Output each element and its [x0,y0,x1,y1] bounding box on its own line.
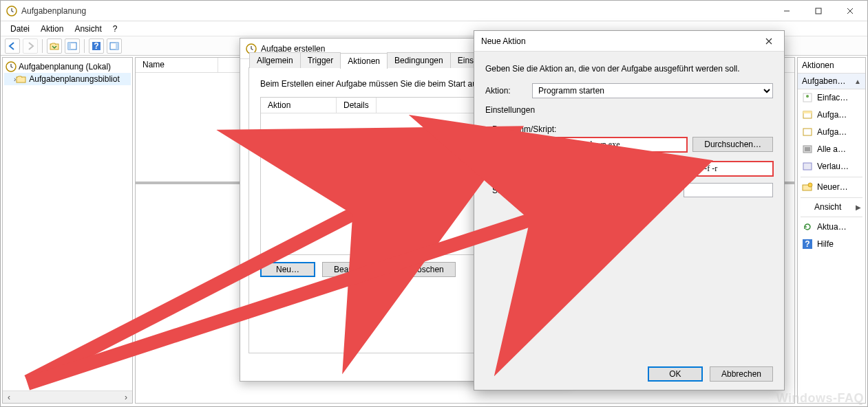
maximize-button[interactable] [803,1,834,21]
svg-rect-15 [803,129,812,135]
toolbar-pane-icon[interactable] [65,38,80,54]
arguments-label: Argumente hinzufügen (optional): [492,164,614,174]
svg-text:?: ? [805,239,809,249]
list-icon [802,144,813,155]
help-icon: ? [802,239,813,250]
minimize-button[interactable] [771,1,803,21]
nav-forward-button[interactable] [23,38,38,54]
tree-scrollbar[interactable]: ‹ › [3,390,132,403]
collapse-icon: ▲ [854,78,861,85]
svg-text:?: ? [94,41,98,51]
action-basic-task[interactable]: Einfac… [798,89,865,107]
new-action-titlebar: Neue Aktion [474,31,784,52]
action-history[interactable]: Verlau… [798,158,865,175]
settings-label: Einstellungen [485,105,773,115]
svg-rect-10 [17,77,25,82]
action-refresh[interactable]: Aktua… [798,219,865,236]
scroll-right-icon[interactable]: › [120,391,132,404]
close-button[interactable] [754,31,784,52]
new-action-title: Neue Aktion [481,36,526,46]
tab-triggers[interactable]: Trigger [300,52,341,68]
startin-input[interactable] [684,183,773,197]
clock-icon [6,61,17,72]
menu-view[interactable]: Ansicht [70,23,105,35]
actions-header: Aktionen [798,58,865,74]
action-new-folder[interactable]: Neuer… [798,179,865,196]
svg-point-12 [806,95,809,98]
action-create-task[interactable]: Aufga… [798,107,865,124]
nav-back-button[interactable] [5,38,20,54]
action-type-select[interactable]: Programm starten [532,83,773,98]
new-action-button[interactable]: Neu… [260,262,315,277]
browse-button[interactable]: Durchsuchen… [692,137,773,152]
toolbar-folder-icon[interactable] [47,38,62,54]
tree-root-label: Aufgabenplanung (Lokal) [19,62,111,72]
new-action-desc: Geben Sie die Aktion an, die von der Auf… [485,64,773,74]
th-action[interactable]: Aktion [261,98,337,113]
history-icon [802,161,813,172]
edit-action-button[interactable]: Bearbeiten… [322,262,394,277]
tab-conditions[interactable]: Bedingungen [387,52,451,68]
startin-label: Starten in (optional): [492,186,567,195]
delete-action-button[interactable]: Löschen [401,262,456,277]
actions-group-label: Aufgaben… [802,76,845,86]
refresh-icon [802,221,813,232]
cancel-button[interactable]: Abbrechen [710,366,773,382]
tree-library-label: Aufgabenplanungsbibliot [29,74,119,84]
program-input[interactable] [492,138,687,152]
action-view[interactable]: Ansicht▶ [798,199,865,215]
title-bar: Aufgabenplanung [1,1,867,21]
new-folder-icon [802,182,813,192]
title-text: Aufgabenplanung [21,6,771,16]
svg-rect-8 [116,43,118,50]
folder-icon [16,74,27,85]
tree-pane: Aufgabenplanung (Lokal) › Aufgabenplanun… [2,57,133,404]
menu-action[interactable]: Aktion [36,23,67,35]
tab-actions[interactable]: Aktionen [340,53,388,69]
import-icon [802,126,813,138]
svg-rect-14 [803,111,812,113]
toolbar-help-icon[interactable]: ? [89,38,104,54]
tab-general[interactable]: Allgemein [249,52,301,68]
actions-group[interactable]: Aufgaben… ▲ [798,74,865,89]
arguments-input[interactable] [684,162,773,176]
tree-library[interactable]: › Aufgabenplanungsbibliot [4,73,131,85]
action-label: Aktion: [485,86,527,96]
new-action-dialog: Neue Aktion Geben Sie die Aktion an, die… [474,30,785,390]
svg-point-19 [808,183,812,187]
svg-rect-4 [68,43,71,50]
th-details[interactable]: Details [337,98,377,113]
program-label: Programm/Skript: [492,124,773,134]
app-icon [6,6,17,16]
action-help[interactable]: ?Hilfe [798,236,865,253]
svg-rect-17 [803,163,812,170]
toolbar-actionpane-icon[interactable] [107,38,122,54]
menu-file[interactable]: Datei [6,23,34,35]
chevron-right-icon: ▶ [856,204,861,211]
svg-rect-1 [816,8,821,14]
menu-help[interactable]: ? [109,23,122,35]
action-show-all[interactable]: Alle a… [798,141,865,158]
actions-pane: Aktionen Aufgaben… ▲ Einfac… Aufga… Aufg… [797,57,866,404]
close-button[interactable] [834,1,866,21]
scroll-left-icon[interactable]: ‹ [3,391,15,404]
action-import[interactable]: Aufga… [798,124,865,141]
wizard-icon [802,92,813,103]
col-name[interactable]: Name [136,58,218,72]
tree-root[interactable]: Aufgabenplanung (Lokal) [4,60,131,73]
task-icon [802,109,813,120]
ok-button[interactable]: OK [648,366,703,382]
